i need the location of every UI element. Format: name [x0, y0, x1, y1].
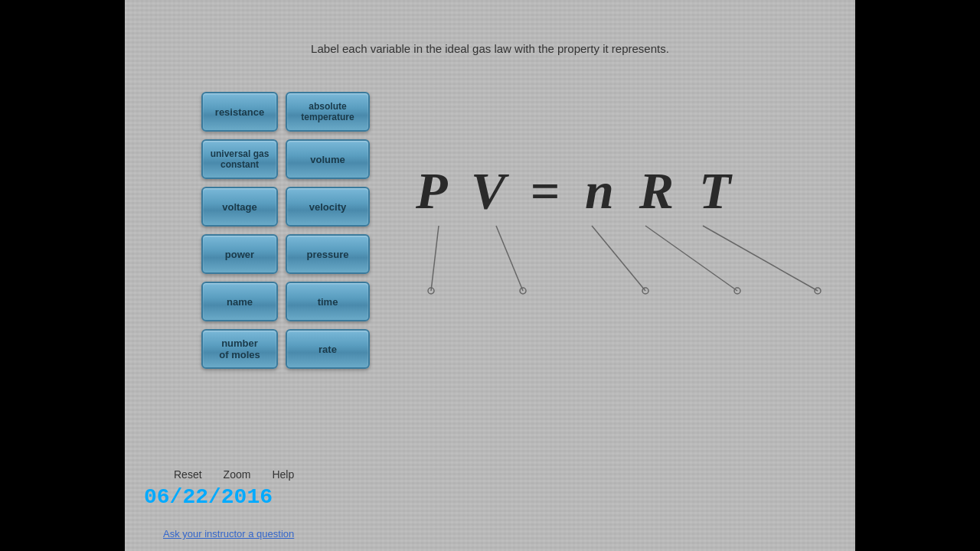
date-display: 06/22/2016 [144, 485, 273, 509]
btn-power[interactable]: power [201, 234, 278, 274]
btn-velocity[interactable]: velocity [286, 187, 370, 227]
svg-line-4 [703, 226, 818, 291]
right-panel [855, 0, 980, 551]
btn-name[interactable]: name [201, 282, 278, 321]
svg-point-8 [734, 288, 740, 294]
svg-line-3 [645, 226, 737, 291]
instruction-text: Label each variable in the ideal gas law… [125, 42, 855, 55]
toolbar: Reset Zoom Help [171, 467, 297, 482]
svg-line-2 [592, 226, 645, 291]
btn-volume[interactable]: volume [286, 139, 370, 179]
btn-universal-gas-constant[interactable]: universal gasconstant [201, 139, 278, 179]
svg-line-1 [496, 226, 523, 291]
btn-time[interactable]: time [286, 282, 370, 321]
svg-point-7 [642, 288, 648, 294]
button-grid: resistance absolutetemperature universal… [201, 92, 370, 369]
btn-number-of-moles[interactable]: numberof moles [201, 329, 278, 369]
main-content: Label each variable in the ideal gas law… [125, 0, 855, 551]
btn-rate[interactable]: rate [286, 329, 370, 369]
btn-voltage[interactable]: voltage [201, 187, 278, 227]
svg-line-0 [431, 226, 439, 291]
svg-point-6 [520, 288, 526, 294]
formula-area: P V = n R T [416, 161, 840, 221]
btn-resistance[interactable]: resistance [201, 92, 278, 132]
ask-instructor-link[interactable]: Ask your instructor a question [163, 528, 294, 540]
ideal-gas-formula: P V = n R T [416, 161, 840, 221]
btn-pressure[interactable]: pressure [286, 234, 370, 274]
svg-point-5 [428, 288, 434, 294]
svg-point-9 [815, 288, 821, 294]
btn-absolute-temperature[interactable]: absolutetemperature [286, 92, 370, 132]
zoom-button[interactable]: Zoom [220, 467, 254, 482]
help-button[interactable]: Help [269, 467, 297, 482]
reset-button[interactable]: Reset [171, 467, 205, 482]
left-panel [0, 0, 125, 551]
